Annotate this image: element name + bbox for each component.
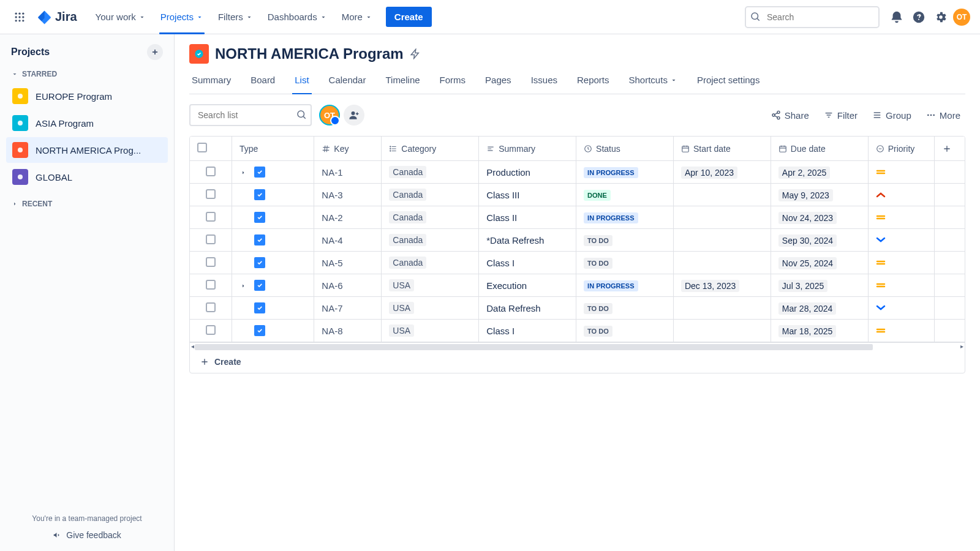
due-date[interactable]: Nov 25, 2024 bbox=[778, 257, 837, 269]
nav-item-projects[interactable]: Projects bbox=[154, 8, 209, 26]
start-date[interactable]: Apr 10, 2023 bbox=[681, 167, 737, 179]
row-checkbox[interactable] bbox=[206, 325, 216, 335]
nav-item-filters[interactable]: Filters bbox=[212, 8, 259, 26]
table-row[interactable]: NA-2 Canada Class II IN PROGRESS Nov 24,… bbox=[190, 206, 965, 229]
row-checkbox[interactable] bbox=[206, 280, 216, 290]
sidebar-section-starred[interactable]: Starred bbox=[6, 66, 168, 82]
tab-reports[interactable]: Reports bbox=[575, 70, 612, 94]
tab-list[interactable]: List bbox=[292, 70, 311, 94]
create-button[interactable]: Create bbox=[386, 7, 432, 27]
priority-icon[interactable] bbox=[876, 191, 886, 198]
add-people-button[interactable] bbox=[344, 105, 364, 126]
tab-calendar[interactable]: Calendar bbox=[326, 70, 369, 94]
sidebar-project-item[interactable]: GLOBAL bbox=[6, 164, 168, 190]
priority-icon[interactable] bbox=[876, 236, 886, 244]
priority-icon[interactable] bbox=[876, 282, 886, 289]
priority-icon[interactable] bbox=[876, 214, 886, 221]
status-chip[interactable]: DONE bbox=[584, 190, 611, 201]
tab-board[interactable]: Board bbox=[248, 70, 277, 94]
share-button[interactable]: Share bbox=[766, 107, 814, 124]
issue-key[interactable]: NA-7 bbox=[322, 303, 342, 313]
sidebar-project-item[interactable]: ASIA Program bbox=[6, 110, 168, 136]
create-row-button[interactable]: Create bbox=[190, 351, 965, 373]
row-checkbox[interactable] bbox=[206, 234, 216, 244]
col-status-label[interactable]: Status bbox=[596, 144, 620, 154]
col-due-label[interactable]: Due date bbox=[791, 144, 826, 154]
due-date[interactable]: May 9, 2023 bbox=[778, 189, 833, 201]
list-search-input[interactable] bbox=[189, 104, 312, 126]
status-chip[interactable]: TO DO bbox=[584, 258, 612, 269]
summary-cell[interactable]: Data Refresh bbox=[479, 297, 576, 320]
expand-toggle[interactable] bbox=[239, 282, 247, 290]
sidebar-project-item[interactable]: EUROPE Program bbox=[6, 83, 168, 109]
help-icon[interactable] bbox=[909, 7, 929, 27]
status-chip[interactable]: TO DO bbox=[584, 303, 612, 314]
tab-issues[interactable]: Issues bbox=[529, 70, 560, 94]
table-row[interactable]: NA-1 Canada Production IN PROGRESS Apr 1… bbox=[190, 161, 965, 184]
automation-icon[interactable] bbox=[410, 48, 421, 59]
global-search-input[interactable] bbox=[745, 6, 880, 28]
summary-cell[interactable]: *Data Refresh bbox=[479, 229, 576, 252]
issue-key[interactable]: NA-2 bbox=[322, 212, 342, 223]
summary-cell[interactable]: Class I bbox=[479, 252, 576, 274]
col-priority-label[interactable]: Priority bbox=[888, 144, 915, 154]
priority-icon[interactable] bbox=[876, 168, 886, 176]
row-checkbox[interactable] bbox=[206, 167, 216, 176]
col-key-label[interactable]: Key bbox=[334, 144, 349, 154]
more-button[interactable]: More bbox=[921, 107, 965, 124]
priority-icon[interactable] bbox=[876, 304, 886, 312]
priority-icon[interactable] bbox=[876, 327, 886, 334]
issue-key[interactable]: NA-4 bbox=[322, 235, 342, 246]
due-date[interactable]: Mar 28, 2024 bbox=[778, 302, 837, 315]
sidebar-project-item[interactable]: NORTH AMERICA Prog... bbox=[6, 137, 168, 163]
row-checkbox[interactable] bbox=[206, 257, 216, 267]
tab-summary[interactable]: Summary bbox=[189, 70, 233, 94]
tab-pages[interactable]: Pages bbox=[483, 70, 514, 94]
expand-toggle[interactable] bbox=[239, 169, 247, 176]
issue-key[interactable]: NA-6 bbox=[322, 280, 342, 291]
col-category-label[interactable]: Category bbox=[401, 144, 436, 154]
summary-cell[interactable]: Class III bbox=[479, 184, 576, 206]
nav-item-more[interactable]: More bbox=[336, 8, 379, 26]
due-date[interactable]: Nov 24, 2023 bbox=[778, 212, 837, 224]
row-checkbox[interactable] bbox=[206, 212, 216, 222]
app-switcher-icon[interactable] bbox=[10, 7, 29, 27]
col-type-label[interactable]: Type bbox=[239, 144, 258, 154]
global-search[interactable] bbox=[745, 6, 880, 28]
tab-project-settings[interactable]: Project settings bbox=[695, 70, 763, 94]
table-row[interactable]: NA-3 Canada Class III DONE May 9, 2023 bbox=[190, 184, 965, 206]
priority-icon[interactable] bbox=[876, 259, 886, 266]
tab-shortcuts[interactable]: Shortcuts bbox=[627, 70, 680, 94]
col-summary-label[interactable]: Summary bbox=[499, 144, 535, 154]
add-column-button[interactable] bbox=[934, 137, 965, 161]
col-start-label[interactable]: Start date bbox=[693, 144, 731, 154]
status-chip[interactable]: IN PROGRESS bbox=[584, 167, 638, 178]
sidebar-section-recent[interactable]: Recent bbox=[6, 196, 168, 212]
summary-cell[interactable]: Class I bbox=[479, 320, 576, 342]
nav-item-dashboards[interactable]: Dashboards bbox=[262, 8, 333, 26]
due-date[interactable]: Apr 2, 2025 bbox=[778, 167, 830, 179]
status-chip[interactable]: IN PROGRESS bbox=[584, 212, 638, 223]
summary-cell[interactable]: Production bbox=[479, 161, 576, 184]
table-row[interactable]: NA-8 USA Class I TO DO Mar 18, 2025 bbox=[190, 320, 965, 342]
table-row[interactable]: NA-5 Canada Class I TO DO Nov 25, 2024 bbox=[190, 252, 965, 274]
select-all-checkbox[interactable] bbox=[197, 143, 207, 152]
summary-cell[interactable]: Class II bbox=[479, 206, 576, 229]
user-avatar[interactable]: OT bbox=[953, 9, 970, 26]
tab-forms[interactable]: Forms bbox=[437, 70, 469, 94]
notifications-icon[interactable] bbox=[887, 7, 907, 27]
due-date[interactable]: Sep 30, 2024 bbox=[778, 234, 837, 247]
issue-key[interactable]: NA-5 bbox=[322, 258, 342, 268]
summary-cell[interactable]: Execution bbox=[479, 274, 576, 297]
issue-key[interactable]: NA-1 bbox=[322, 167, 342, 178]
status-chip[interactable]: TO DO bbox=[584, 235, 612, 246]
filter-button[interactable]: Filter bbox=[819, 107, 862, 124]
table-row[interactable]: NA-6 USA Execution IN PROGRESS Dec 13, 2… bbox=[190, 274, 965, 297]
tab-timeline[interactable]: Timeline bbox=[383, 70, 422, 94]
horizontal-scrollbar[interactable] bbox=[195, 344, 873, 350]
status-chip[interactable]: TO DO bbox=[584, 326, 612, 337]
settings-icon[interactable] bbox=[931, 7, 951, 27]
assignee-filter-avatar[interactable]: OT bbox=[319, 105, 340, 126]
table-row[interactable]: NA-4 Canada *Data Refresh TO DO Sep 30, … bbox=[190, 229, 965, 252]
add-project-button[interactable] bbox=[147, 44, 163, 60]
